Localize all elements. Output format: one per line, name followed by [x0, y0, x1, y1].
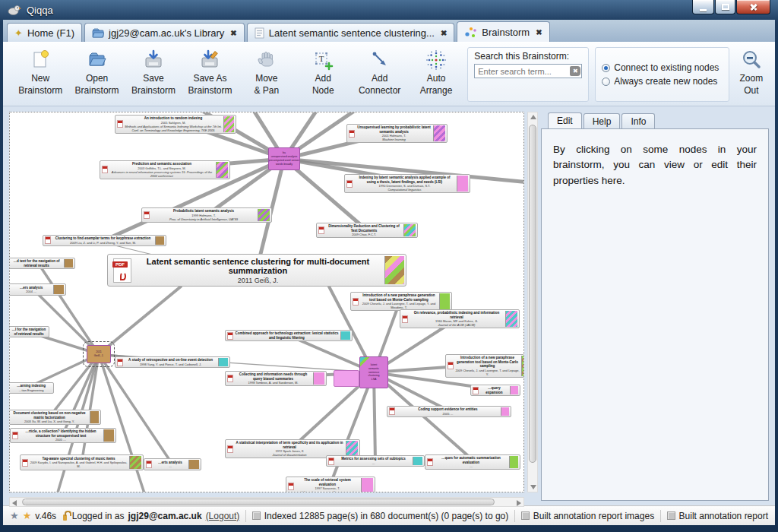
pdf-icon [349, 130, 355, 138]
paper-node-text: Prediction and semantic association2003 … [109, 162, 214, 178]
scrollbar-thumb[interactable] [529, 125, 536, 463]
paper-node[interactable]: Collecting and information needs through… [225, 371, 327, 386]
tab-close-icon[interactable]: ✖ [536, 28, 542, 36]
paper-node-text: …arning indexing…tion Engineering [11, 384, 52, 392]
paper-node[interactable]: Introduction of a new paraphrase generat… [445, 354, 524, 378]
tab-library[interactable]: jgj29@cam.ac.uk's Library ✖ [84, 23, 245, 42]
hub-node[interactable]: baunsupervised analysisprecomputed word … [268, 147, 300, 170]
paper-node[interactable]: Probabilistic latent semantic analysis19… [141, 207, 272, 223]
home-icon: ✦ [14, 27, 23, 39]
category-corner [403, 224, 416, 236]
hub-node-text: LSA [372, 378, 377, 382]
svg-text:T: T [319, 54, 324, 63]
tab-home[interactable]: ✦ Home (F1) [7, 23, 82, 42]
paper-node[interactable]: …erts analysis… [144, 458, 201, 470]
auto-arrange-button[interactable]: Auto Arrange [408, 45, 464, 104]
maximize-button[interactable] [715, 0, 735, 14]
panel-tab-edit[interactable]: Edit [548, 112, 582, 128]
zoom-out-button[interactable]: Zoom Out [732, 45, 770, 104]
paper-node[interactable]: …rticle, a collection? Identifying the h… [10, 428, 116, 443]
new-brainstorm-button[interactable]: New Brainstorm [12, 45, 68, 104]
theme-node[interactable] [334, 370, 359, 387]
star-icon[interactable]: ★ [10, 510, 19, 521]
paper-node[interactable]: Prediction and semantic association2003 … [100, 160, 230, 179]
pdf-icon [22, 459, 28, 467]
paper-node-text: Unsupervised learning by probabilistic l… [356, 125, 432, 141]
category-corner [510, 386, 518, 394]
panel-tab-help[interactable]: Help [584, 113, 621, 128]
paper-node-text: …ers analysis2004 … [11, 286, 52, 294]
client-area: ✦ Home (F1) jgj29@cam.ac.uk's Library ✖ [3, 20, 775, 525]
theme-node[interactable] [523, 176, 524, 188]
pdf-icon [144, 211, 150, 219]
clear-search-icon[interactable]: ✖ [570, 66, 580, 76]
paper-node[interactable]: …l for the navigation of retrieval resul… [9, 326, 49, 337]
add-node-button[interactable]: T Add Node [295, 45, 351, 104]
paper-node[interactable]: Unsupervised learning by probabilistic l… [346, 124, 448, 143]
paper-node[interactable]: On relevance, probabilistic indexing and… [400, 309, 520, 328]
pdf-icon: PDF [113, 258, 131, 283]
radio-always-create[interactable]: Always create new nodes [602, 76, 722, 87]
star-icon-gold[interactable]: ★ [23, 510, 32, 521]
panel-tab-info[interactable]: Info [621, 113, 655, 128]
tab-close-icon[interactable]: ✖ [441, 29, 447, 37]
tab-document[interactable]: Latent semantic sentence clustering... ✖ [247, 23, 455, 42]
scroll-down-icon[interactable] [530, 485, 536, 489]
paper-node[interactable]: …ers analysis2004 … [9, 283, 66, 296]
paper-node[interactable]: Dimensionality Reduction and Clustering … [316, 223, 418, 238]
panel-tabs: Edit Help Info [541, 112, 769, 128]
brainstorm-canvas[interactable]: PDF Latent semantic sentence clustering … [9, 112, 524, 492]
auto-arrange-icon [425, 49, 448, 71]
paper-node[interactable]: …d text for the navigation of retrieval … [9, 258, 75, 269]
save-brainstorm-button[interactable]: Save Brainstorm [125, 45, 182, 104]
open-brainstorm-button[interactable]: Open Brainstorm [68, 45, 125, 104]
hub-node[interactable]: latentsemanticsentenceclusteringLSA [359, 356, 388, 388]
paper-node[interactable]: …query expansion [470, 385, 520, 396]
paper-node-text: Indexing by latent semantic analysis app… [354, 176, 455, 192]
close-button[interactable] [736, 0, 770, 14]
paper-node[interactable]: Combined approach for technology extract… [225, 330, 353, 341]
button-label: Brainstorm [18, 85, 62, 97]
minimize-button[interactable] [692, 0, 714, 14]
radio-connect-existing[interactable]: Connect to existing nodes [602, 62, 722, 73]
paper-node[interactable]: Tag-aware spectral clustering of music i… [20, 454, 144, 470]
paper-node[interactable]: Introduction of a new paraphrase generat… [350, 292, 452, 311]
paper-node[interactable]: Coding support evidence for entities2005… [387, 406, 511, 417]
paper-node[interactable]: Indexing by latent semantic analysis app… [344, 174, 470, 193]
button-label: Auto [427, 73, 446, 85]
move-pan-button[interactable]: Move & Pan [239, 45, 295, 104]
paper-node[interactable]: Clustering to find exemplar terms for ke… [43, 235, 166, 246]
paper-node[interactable]: An introduction to random indexing2005 S… [115, 115, 236, 134]
canvas-vertical-scrollbar[interactable] [527, 112, 538, 492]
button-label: Move [255, 73, 277, 85]
category-corner [129, 456, 141, 469]
paper-node[interactable]: A study of retrospective and on-line eve… [115, 356, 230, 368]
hub-node[interactable]: 2011Geiß, J. [87, 345, 111, 363]
logged-in-prefix: Logged in as [72, 511, 125, 521]
tab-brainstorm[interactable]: Brainstorm ✖ [457, 21, 549, 42]
paper-node[interactable]: Metrics for assessing sets of subtopics… [326, 455, 425, 467]
paper-node-text: …query expansion [480, 386, 508, 394]
paper-node[interactable]: …arning indexing…tion Engineering [9, 382, 54, 394]
paper-node-text: Document clustering based on non-negativ… [11, 411, 88, 423]
node-mode-group: Connect to existing nodes Always create … [595, 47, 729, 102]
tab-label: jgj29@cam.ac.uk's Library [109, 27, 224, 39]
canvas-horizontal-scrollbar[interactable] [9, 497, 524, 507]
paper-node[interactable]: …ques for automatic summarization evalua… [425, 454, 520, 470]
pdf-icon [227, 375, 233, 382]
add-connector-button[interactable]: Add Connector [351, 45, 407, 104]
search-input[interactable] [474, 64, 582, 78]
paper-node[interactable]: The scale of retrieval system evaluation… [286, 477, 375, 492]
scroll-right-icon[interactable] [517, 500, 521, 506]
category-corner [258, 209, 270, 221]
save-as-brainstorm-button[interactable]: Save As Brainstorm [182, 45, 238, 104]
paper-node[interactable]: Document clustering based on non-negativ… [9, 410, 101, 425]
central-paper-node[interactable]: PDF Latent semantic sentence clustering … [107, 254, 406, 287]
title-bar[interactable]: Qiqqa [0, 0, 778, 20]
scrollbar-thumb[interactable] [22, 499, 495, 505]
tab-close-icon[interactable]: ✖ [230, 29, 236, 37]
scroll-up-icon[interactable] [530, 115, 536, 119]
central-node-text: Latent semantic sentence clustering for … [137, 257, 379, 284]
scroll-left-icon[interactable] [12, 500, 17, 506]
logout-link[interactable]: (Logout) [206, 511, 240, 521]
